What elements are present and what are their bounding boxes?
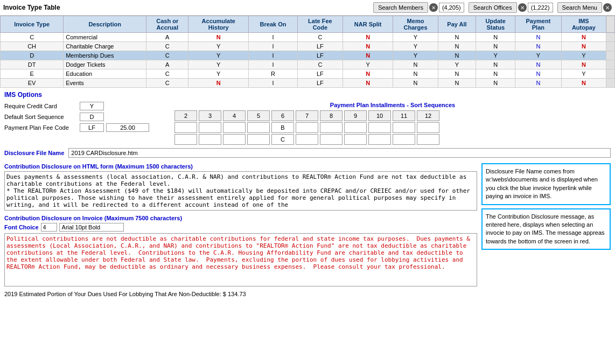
payment-fee-amount-input[interactable]	[106, 123, 149, 132]
page-title: Invoice Type Table	[3, 4, 60, 11]
offices-count: (1,222)	[528, 3, 553, 12]
ims-options-title: IMS Options	[4, 91, 611, 99]
html-contrib-title: Contribution Disclosure on HTML form (Ma…	[4, 163, 477, 170]
pp-cell-r2-c6[interactable]	[320, 134, 343, 145]
pp-title: Payment Plan Installments - Sort Sequenc…	[174, 102, 611, 108]
table-row[interactable]: EEducationCYRLFNNNNNY	[1, 69, 615, 79]
pp-cell-r1-c0[interactable]	[174, 122, 197, 133]
search-members-button[interactable]: Search Members	[373, 2, 428, 13]
table-row[interactable]: CHCharitable ChargeCYILFNYNNNN	[1, 42, 615, 51]
pp-cell-r1-c7[interactable]	[344, 122, 367, 133]
pp-cell-r2-c7[interactable]	[344, 134, 367, 145]
members-count: (4,205)	[439, 3, 464, 12]
col-break-on: Break On	[249, 16, 298, 33]
col-memo-charges: MemoCharges	[393, 16, 438, 33]
pp-cell-r2-c5[interactable]	[296, 134, 318, 145]
pp-cell-r0-c3: 5	[247, 110, 270, 121]
pp-grid: 23456789101112BC	[174, 110, 611, 145]
require-credit-card-row: Require Credit Card	[4, 102, 166, 110]
pp-cell-r1-c10[interactable]	[417, 122, 439, 133]
col-payment-plan: PaymentPlan	[515, 16, 561, 33]
search-menu-group: Search Menu ✕	[557, 2, 612, 13]
scrollbar-placeholder	[606, 16, 615, 33]
pp-cell-r1-c2[interactable]	[223, 122, 246, 133]
default-sort-label: Default Sort Sequence	[4, 114, 80, 120]
col-ims-autopay: IMSAutopay	[561, 16, 606, 33]
payment-fee-code-input[interactable]	[80, 123, 104, 132]
pp-cell-r1-c3[interactable]	[247, 122, 270, 133]
pp-cell-r0-c8: 10	[368, 110, 391, 121]
table-row[interactable]: DMembership DuesCYILFNYNYYY	[1, 51, 615, 60]
default-sort-input[interactable]	[80, 113, 104, 121]
col-nar-split: NAR Split	[343, 16, 393, 33]
pp-cell-r1-c6[interactable]	[320, 122, 343, 133]
table-row[interactable]: CCommercialANICNYNNNN	[1, 33, 615, 42]
payment-plan-section: Payment Plan Installments - Sort Sequenc…	[174, 102, 611, 145]
table-row[interactable]: EVEventsCNILFNNNNNN	[1, 79, 615, 88]
search-offices-button[interactable]: Search Offices	[469, 2, 517, 13]
col-update-status: UpdateStatus	[476, 16, 515, 33]
col-description: Description	[64, 16, 146, 33]
invoice-type-table: Invoice Type Description Cash orAccrual …	[0, 16, 615, 88]
font-row: Font Choice	[4, 223, 477, 232]
search-offices-group: Search Offices ✕ (1,222)	[469, 2, 553, 13]
pp-row: B	[174, 122, 611, 133]
pp-cell-r2-c3[interactable]	[247, 134, 270, 145]
require-credit-card-label: Require Credit Card	[4, 103, 80, 109]
payment-fee-code-label: Payment Plan Fee Code	[4, 124, 80, 131]
pp-cell-r2-c10[interactable]	[417, 134, 439, 145]
pp-cell-r2-c9[interactable]	[393, 134, 415, 145]
ims-fields: Require Credit Card Default Sort Sequenc…	[4, 102, 166, 145]
invoice-contrib-textarea[interactable]	[4, 233, 477, 286]
pp-cell-r0-c6: 8	[320, 110, 343, 121]
search-offices-close-button[interactable]: ✕	[518, 3, 527, 12]
col-accumulate: AccumulateHistory	[188, 16, 249, 33]
pp-cell-r1-c1[interactable]	[199, 122, 221, 133]
search-menu-button[interactable]: Search Menu	[557, 2, 602, 13]
pp-cell-r1-c9[interactable]	[393, 122, 415, 133]
require-credit-card-input[interactable]	[80, 102, 104, 110]
info-box-1: Disclosure File Name comes from w:\webs\…	[481, 163, 611, 205]
col-invoice-type: Invoice Type	[1, 16, 64, 33]
pp-cell-r2-c1[interactable]	[199, 134, 221, 145]
info-box-2: The Contribution Disclosure message, as …	[481, 208, 611, 250]
pp-cell-r0-c9: 11	[393, 110, 415, 121]
search-menu-close-button[interactable]: ✕	[603, 3, 612, 12]
search-members-close-button[interactable]: ✕	[429, 3, 438, 12]
pp-cell-r0-c5: 7	[296, 110, 318, 121]
search-members-group: Search Members ✕ (4,205)	[373, 2, 464, 13]
font-choice-label: Font Choice	[4, 224, 39, 230]
html-contrib-textarea[interactable]	[4, 171, 477, 211]
disclosure-section: Disclosure File Name	[0, 148, 615, 163]
pp-cell-r0-c10: 12	[417, 110, 439, 121]
disclosure-file-label: Disclosure File Name	[4, 150, 64, 156]
pp-cell-r1-c5[interactable]	[296, 122, 318, 133]
pp-cell-r0-c1: 3	[199, 110, 221, 121]
pp-cell-r2-c2[interactable]	[223, 134, 246, 145]
pp-cell-r0-c0: 2	[174, 110, 197, 121]
lobbying-line: 2019 Estimated Portion of Your Dues Used…	[4, 291, 477, 297]
pp-cell-r0-c2: 4	[223, 110, 246, 121]
invoice-contrib-title: Contribution Disclosure on Invoice (Maxi…	[4, 215, 477, 221]
header-bar: Invoice Type Table Search Members ✕ (4,2…	[0, 0, 615, 16]
disclosure-file-row: Disclosure File Name	[4, 148, 611, 158]
pp-row: C	[174, 134, 611, 145]
disclosure-file-input[interactable]	[68, 148, 611, 158]
font-desc-input[interactable]	[59, 223, 124, 232]
pp-cell-r0-c7: 9	[344, 110, 367, 121]
col-late-fee: Late FeeCode	[297, 16, 343, 33]
options-grid: Require Credit Card Default Sort Sequenc…	[4, 102, 611, 145]
pp-cell-r2-c8[interactable]	[368, 134, 391, 145]
col-cash-accrual: Cash orAccrual	[146, 16, 188, 33]
table-row[interactable]: DTDodger TicketsAYICYNYNNN	[1, 60, 615, 69]
pp-cell-r2-c0[interactable]	[174, 134, 197, 145]
pp-cell-r1-c4[interactable]: B	[271, 122, 294, 133]
pp-cell-r2-c4[interactable]: C	[271, 134, 294, 145]
pp-row: 23456789101112	[174, 110, 611, 121]
ims-options-section: IMS Options Require Credit Card Default …	[0, 88, 615, 148]
pp-cell-r0-c4: 6	[271, 110, 294, 121]
font-choice-input[interactable]	[41, 223, 57, 232]
col-pay-all: Pay All	[438, 16, 476, 33]
pp-cell-r1-c8[interactable]	[368, 122, 391, 133]
default-sort-row: Default Sort Sequence	[4, 113, 166, 121]
